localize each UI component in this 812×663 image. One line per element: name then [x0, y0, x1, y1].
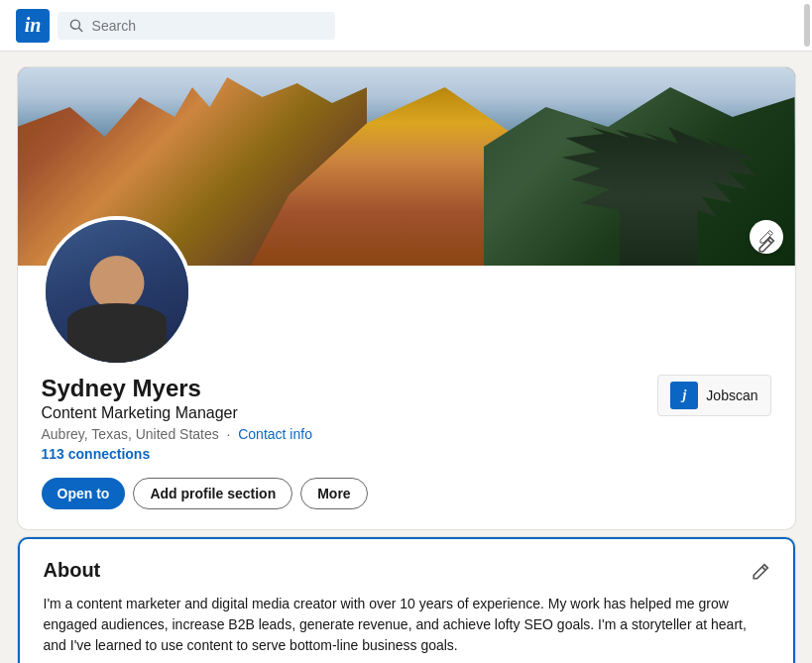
pencil-profile-icon — [757, 236, 775, 254]
company-logo: j — [670, 382, 698, 409]
linkedin-logo[interactable]: in — [16, 9, 50, 43]
name-row: Sydney Myers Content Marketing Manager A… — [42, 375, 771, 462]
edit-profile-button[interactable] — [750, 228, 783, 262]
svg-line-1 — [79, 28, 82, 31]
action-buttons: Open to Add profile section More — [42, 478, 771, 509]
profile-name: Sydney Myers — [42, 375, 312, 402]
avatar — [42, 216, 192, 367]
company-badge: j Jobscan — [657, 375, 770, 416]
pencil-about-icon — [752, 563, 769, 581]
about-title: About — [44, 559, 769, 582]
company-name: Jobscan — [706, 387, 757, 403]
avatar-wrapper — [42, 216, 192, 367]
connections-link[interactable]: 113 connections — [42, 446, 312, 462]
name-section: Sydney Myers Content Marketing Manager A… — [42, 375, 312, 462]
navbar: in — [0, 0, 812, 52]
open-to-button[interactable]: Open to — [42, 478, 126, 509]
about-text: I'm a content marketer and digital media… — [44, 594, 769, 656]
search-input[interactable] — [92, 18, 323, 34]
more-button[interactable]: More — [300, 478, 367, 509]
scrollbar[interactable] — [804, 4, 810, 47]
search-icon — [69, 18, 84, 34]
add-profile-section-button[interactable]: Add profile section — [133, 478, 292, 509]
main-content: Sydney Myers Content Marketing Manager A… — [10, 67, 803, 663]
avatar-face — [89, 256, 144, 310]
profile-title: Content Marketing Manager — [42, 404, 312, 422]
profile-location: Aubrey, Texas, United States · Contact i… — [42, 426, 312, 442]
profile-info: Sydney Myers Content Marketing Manager A… — [18, 216, 795, 529]
edit-about-button[interactable] — [744, 555, 777, 589]
avatar-body — [67, 303, 167, 363]
profile-card: Sydney Myers Content Marketing Manager A… — [18, 67, 795, 529]
contact-info-link[interactable]: Contact info — [238, 426, 312, 442]
search-bar[interactable] — [58, 12, 335, 40]
about-card: About I'm a content marketer and digital… — [18, 537, 795, 663]
